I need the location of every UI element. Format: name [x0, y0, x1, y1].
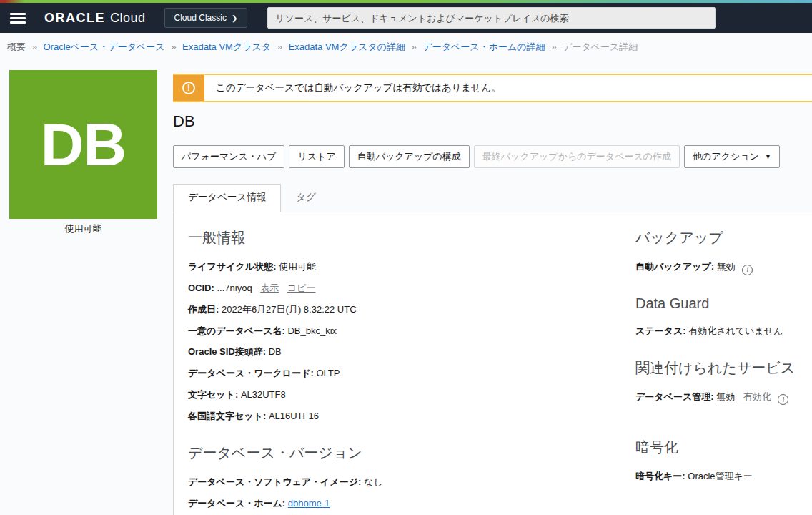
breadcrumb-item-overview[interactable]: 概要	[7, 41, 26, 52]
warning-icon: !	[182, 82, 195, 94]
global-search-input[interactable]	[267, 7, 716, 29]
top-navigation-bar: ORACLE Cloud Cloud Classic ❯	[0, 3, 812, 33]
breadcrumb-separator: »	[32, 41, 37, 52]
encryption-heading: 暗号化	[635, 438, 812, 457]
tab-tags[interactable]: タグ	[281, 184, 331, 212]
enable-db-management-link[interactable]: 有効化	[743, 391, 771, 402]
tab-bar: データベース情報 タグ	[173, 184, 812, 212]
breadcrumb-item-exadata-vm-cluster[interactable]: Exadata VMクラスタ	[182, 41, 271, 52]
field-value: DB_bkc_kix	[287, 325, 337, 336]
field-label: データベース管理:	[635, 391, 714, 402]
cloud-classic-button[interactable]: Cloud Classic ❯	[164, 8, 248, 28]
field-character-set: 文字セット: AL32UTF8	[188, 388, 635, 402]
hamburger-menu-icon[interactable]	[10, 13, 26, 24]
caret-down-icon: ▼	[765, 153, 771, 160]
data-guard-heading: Data Guard	[635, 295, 812, 312]
more-actions-button[interactable]: 他のアクション▼	[684, 145, 780, 168]
general-info-heading: 一般情報	[188, 228, 635, 247]
ocid-copy-link[interactable]: コピー	[287, 283, 316, 293]
field-label: Oracle SID接頭辞:	[188, 346, 266, 357]
breadcrumb-separator: »	[412, 41, 417, 52]
field-value: なし	[364, 476, 383, 487]
breadcrumb-item-database-details: データベース詳細	[563, 41, 638, 52]
warning-banner-message: このデータベースでは自動バックアップは有効ではありません。	[204, 75, 500, 101]
field-database-home: データベース・ホーム: dbhome-1	[188, 497, 635, 511]
field-unique-database-name: 一意のデータベース名: DB_bkc_kix	[188, 325, 635, 338]
field-created-date: 作成日: 2022年6月27日(月) 8:32:22 UTC	[188, 303, 635, 317]
oracle-cloud-logo[interactable]: ORACLE Cloud	[44, 11, 146, 26]
database-home-link[interactable]: dbhome-1	[288, 498, 330, 509]
field-national-character-set: 各国語文字セット: AL16UTF16	[188, 410, 635, 423]
field-value: AL16UTF16	[269, 411, 319, 421]
field-value: AL32UTF8	[241, 389, 286, 400]
database-information-panel: 一般情報 ライフサイクル状態: 使用可能 OCID: ...7niyoq 表示 …	[173, 212, 812, 515]
performance-hub-button[interactable]: パフォーマンス・ハブ	[173, 145, 284, 168]
field-database-management: データベース管理: 無効 有効化 i	[635, 391, 812, 406]
field-label: 各国語文字セット:	[188, 411, 266, 421]
field-label: 文字セット:	[188, 389, 238, 400]
logo-oracle-text: ORACLE	[44, 11, 105, 26]
field-oracle-sid-prefix: Oracle SID接頭辞: DB	[188, 345, 635, 359]
configure-auto-backup-button[interactable]: 自動バックアップの構成	[349, 145, 470, 168]
field-encryption-key: 暗号化キー: Oracle管理キー	[635, 470, 812, 484]
chevron-right-icon: ❯	[232, 14, 237, 22]
breadcrumb-separator: »	[171, 41, 176, 52]
ocid-show-link[interactable]: 表示	[260, 283, 279, 293]
field-value: 使用可能	[279, 261, 316, 272]
field-value: 有効化されていません	[688, 325, 783, 336]
action-button-row: パフォーマンス・ハブ リストア 自動バックアップの構成 最終バックアップからのデ…	[173, 145, 812, 168]
field-ocid: OCID: ...7niyoq 表示 コピー	[188, 282, 635, 295]
field-label: 自動バックアップ:	[635, 261, 714, 272]
breadcrumb-separator: »	[277, 41, 282, 52]
info-icon[interactable]: i	[778, 394, 788, 405]
field-value: ...7niyoq	[217, 283, 252, 293]
warning-icon-box: !	[173, 75, 204, 101]
breadcrumb-separator: »	[551, 41, 556, 52]
general-information-column: 一般情報 ライフサイクル状態: 使用可能 OCID: ...7niyoq 表示 …	[188, 222, 635, 515]
breadcrumb: 概要 » Oracleベース・データベース » Exadata VMクラスタ »…	[0, 33, 812, 61]
cloud-classic-label: Cloud Classic	[174, 13, 227, 23]
field-label: ライフサイクル状態:	[188, 261, 276, 272]
logo-cloud-text: Cloud	[110, 11, 146, 26]
lifecycle-status-text: 使用可能	[9, 222, 157, 235]
field-lifecycle-state: ライフサイクル状態: 使用可能	[188, 260, 635, 274]
field-value: OLTP	[316, 368, 340, 378]
field-value: DB	[269, 346, 282, 357]
field-label: 作成日:	[188, 304, 219, 315]
restore-button[interactable]: リストア	[289, 145, 344, 168]
field-database-workload: データベース・ワークロード: OLTP	[188, 367, 635, 381]
main-content: ! このデータベースでは自動バックアップは有効ではありません。 DB パフォーマ…	[173, 74, 812, 515]
breadcrumb-item-db-home-details[interactable]: データベース・ホームの詳細	[422, 41, 545, 52]
field-value: 無効	[717, 261, 736, 272]
field-label: OCID:	[188, 283, 214, 293]
backup-heading: バックアップ	[635, 228, 812, 247]
field-label: データベース・ホーム:	[188, 498, 285, 509]
tile-db-label: DB	[41, 110, 126, 180]
field-value: Oracle管理キー	[688, 471, 753, 481]
associated-services-heading: 関連付けられたサービス	[635, 358, 812, 378]
breadcrumb-item-exadata-vm-cluster-details[interactable]: Exadata VMクラスタの詳細	[289, 41, 405, 52]
database-resource-tile: DB	[9, 70, 157, 219]
info-icon[interactable]: i	[742, 265, 753, 275]
field-label: データベース・ワークロード:	[188, 368, 314, 378]
database-version-heading: データベース・バージョン	[188, 443, 635, 463]
field-label: ステータス:	[635, 325, 686, 336]
warning-banner: ! このデータベースでは自動バックアップは有効ではありません。	[173, 74, 812, 102]
summary-column: バックアップ 自動バックアップ: 無効 i Data Guard ステータス: …	[635, 222, 812, 515]
field-value: 無効	[716, 391, 735, 402]
field-label: データベース・ソフトウェア・イメージ:	[188, 476, 361, 487]
field-auto-backup: 自動バックアップ: 無効 i	[635, 260, 812, 275]
page-title: DB	[173, 112, 812, 131]
field-value: 2022年6月27日(月) 8:32:22 UTC	[222, 304, 357, 315]
tab-database-information[interactable]: データベース情報	[173, 184, 281, 212]
more-actions-label: 他のアクション	[693, 151, 759, 162]
breadcrumb-item-base-database[interactable]: Oracleベース・データベース	[43, 41, 164, 52]
field-label: 暗号化キー:	[635, 471, 685, 481]
field-database-software-image: データベース・ソフトウェア・イメージ: なし	[188, 476, 635, 489]
field-label: 一意のデータベース名:	[188, 325, 285, 336]
create-db-from-last-backup-button: 最終バックアップからのデータベースの作成	[474, 145, 680, 168]
field-dataguard-status: ステータス: 有効化されていません	[635, 325, 812, 338]
